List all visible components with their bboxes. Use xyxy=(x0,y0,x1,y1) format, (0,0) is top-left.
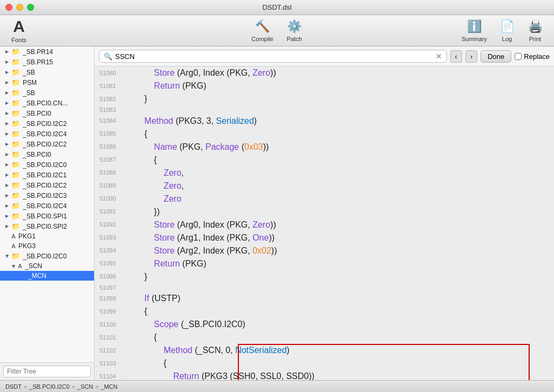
sidebar-item-pci0-i2c2[interactable]: ▶ 📁 _SB.PCI0.I2C2 xyxy=(0,118,94,129)
sidebar-item-pkg3[interactable]: ▶ A PKG3 xyxy=(0,241,94,251)
sidebar-item-label: _SB.PCI0.CN... xyxy=(23,99,68,107)
folder-icon: 📁 xyxy=(11,191,20,200)
triangle-icon: ▶ xyxy=(5,203,9,208)
table-row: 51085 { xyxy=(95,128,554,141)
folder-icon: 📁 xyxy=(11,99,20,107)
compile-toolbar-item[interactable]: 🔨 Compile xyxy=(246,17,278,44)
sidebar-item-sb-pr15[interactable]: ▶ 📁 _SB.PR15 xyxy=(0,57,94,67)
line-number: 51099 xyxy=(95,305,122,318)
line-code: } xyxy=(122,92,554,105)
line-number: 51089 xyxy=(95,180,122,192)
folder-icon: 📁 xyxy=(11,171,20,179)
sidebar-item-pci0-i2c2c[interactable]: ▶ 📁 _SB.PCI0.I2C2 xyxy=(0,180,94,190)
line-code xyxy=(122,105,554,115)
line-code: Method (_SCN, 0, NotSerialized) xyxy=(122,344,554,357)
code-scroll-container[interactable]: ← 51080 Store (Arg0, Index (PKG, Zero))5… xyxy=(95,67,554,380)
print-toolbar-item[interactable]: 🖨️ Print xyxy=(522,17,549,44)
sidebar-item-sb-pr14[interactable]: ▶ 📁 _SB.PR14 xyxy=(0,46,94,57)
fonts-toolbar-item[interactable]: A Fonts xyxy=(5,16,32,45)
line-number: 51095 xyxy=(95,257,122,270)
maximize-button[interactable] xyxy=(27,4,34,11)
sidebar-item-pci0[interactable]: ▶ 📁 _SB.PCI0 xyxy=(0,108,94,118)
minimize-button[interactable] xyxy=(16,4,23,11)
triangle-icon: ▶ xyxy=(5,131,9,136)
content-area: 🔍 ✕ ‹ › Done Replace ← 51080 xyxy=(95,46,554,380)
table-row: 51086 Name (PKG, Package (0x03)) xyxy=(95,141,554,154)
sidebar-item-pci0-i2c1[interactable]: ▶ 📁 _SB.PCI0.I2C1 xyxy=(0,170,94,180)
line-number: 51097 xyxy=(95,283,122,293)
table-row: 51096 } xyxy=(95,270,554,283)
search-clear-button[interactable]: ✕ xyxy=(436,52,442,61)
triangle-icon: ▶ xyxy=(5,162,9,167)
table-row: 51104 Return (PKG3 (SSH0, SSL0, SSD0)) xyxy=(95,370,554,380)
line-number: 51080 xyxy=(95,67,122,79)
search-next-button[interactable]: › xyxy=(465,50,477,63)
table-row: 51082 } xyxy=(95,92,554,105)
line-code: }) xyxy=(122,205,554,218)
folder-icon: 📁 xyxy=(11,161,20,169)
window-controls[interactable] xyxy=(5,4,34,11)
sidebar-item-sb[interactable]: ▶ 📁 _SB xyxy=(0,67,94,77)
folder-icon: 📁 xyxy=(11,109,20,117)
triangle-open-icon: ▶ xyxy=(11,264,16,268)
folder-icon: 📁 xyxy=(11,48,20,56)
triangle-icon: ▶ xyxy=(5,224,9,229)
sidebar-item-pci0-i2c0-expanded[interactable]: ▶ 📁 _SB.PCI0.I2C0 xyxy=(0,251,94,261)
sidebar-item-psm[interactable]: ▶ 📁 PSM xyxy=(0,77,94,88)
patch-toolbar-item[interactable]: ⚙️ Patch xyxy=(281,17,308,44)
line-code: Store (Arg1, Index (PKG, One)) xyxy=(122,231,554,244)
sidebar-item-label: _SB.PCI0 xyxy=(23,110,51,117)
sidebar-item-label: _SB.PCI0.I2C4 xyxy=(23,202,66,210)
code-table: 51080 Store (Arg0, Index (PKG, Zero))510… xyxy=(95,67,554,380)
sidebar-item-pci0-spi1[interactable]: ▶ 📁 _SB.PCI0.SPI1 xyxy=(0,211,94,221)
status-mcn: _MCN xyxy=(101,383,117,390)
sidebar-item-sb2[interactable]: ▶ 📁 _SB xyxy=(0,88,94,98)
folder-icon: 📁 xyxy=(11,150,20,158)
sidebar-item-pci0-cn[interactable]: ▶ 📁 _SB.PCI0.CN... xyxy=(0,98,94,108)
sidebar-item-pci0b[interactable]: ▶ 📁 _SB.PCI0 xyxy=(0,149,94,160)
line-code: Scope (_SB.PCI0.I2C0) xyxy=(122,318,554,331)
sidebar-item-pci0-i2c0[interactable]: ▶ 📁 _SB.PCI0.I2C0 xyxy=(0,160,94,170)
line-number: 51102 xyxy=(95,344,122,357)
sidebar-item-pci0-i2c4[interactable]: ▶ 📁 _SB.PCI0.I2C4 xyxy=(0,129,94,139)
sidebar-item-label: _SB.PCI0.I2C3 xyxy=(23,192,66,200)
table-row: 51092 Store (Arg0, Index (PKG, Zero)) xyxy=(95,218,554,231)
sidebar-item-pci0-i2c3[interactable]: ▶ 📁 _SB.PCI0.I2C3 xyxy=(0,190,94,201)
folder-icon: 📁 xyxy=(11,89,20,97)
log-toolbar-item[interactable]: 📄 Log xyxy=(493,17,520,44)
sidebar-item-mcn[interactable]: _MCN xyxy=(0,271,94,281)
sidebar-item-pci0-i2c4b[interactable]: ▶ 📁 _SB.PCI0.I2C4 xyxy=(0,201,94,211)
sidebar-item-pci0-spi2[interactable]: ▶ 📁 _SB.PCI0.SPI2 xyxy=(0,221,94,231)
search-bar: 🔍 ✕ ‹ › Done Replace xyxy=(95,46,554,67)
triangle-icon: ▶ xyxy=(5,152,9,157)
table-row: 51088 Zero, xyxy=(95,167,554,180)
line-code: Zero xyxy=(122,192,554,205)
table-row: 51083 xyxy=(95,105,554,115)
triangle-icon: ▶ xyxy=(5,90,9,95)
sidebar-item-scn[interactable]: ▶ A _SCN xyxy=(0,261,94,271)
search-input[interactable] xyxy=(115,52,433,61)
toolbar-left-group: A Fonts xyxy=(5,16,32,45)
replace-checkbox[interactable] xyxy=(515,53,522,60)
sidebar-item-pkg1[interactable]: ▶ A PKG1 xyxy=(0,231,94,241)
filter-tree-input[interactable] xyxy=(3,366,91,377)
sidebar-item-pci0-i2c2b[interactable]: ▶ 📁 _SB.PCI0.I2C2 xyxy=(0,139,94,149)
line-code: { xyxy=(122,357,554,370)
line-number: 51081 xyxy=(95,79,122,92)
search-prev-button[interactable]: ‹ xyxy=(450,50,462,63)
sidebar-item-label: _SB.PCI0.I2C0 xyxy=(23,253,66,260)
table-row: 51093 Store (Arg1, Index (PKG, One)) xyxy=(95,231,554,244)
close-button[interactable] xyxy=(5,4,12,11)
search-input-wrap: 🔍 ✕ xyxy=(99,50,447,63)
table-row: 51087 { xyxy=(95,154,554,167)
triangle-icon: ▶ xyxy=(5,70,9,75)
table-row: 51089 Zero, xyxy=(95,180,554,192)
title-bar: DSDT.dsl xyxy=(0,0,554,15)
compile-icon: 🔨 xyxy=(255,19,270,34)
summary-toolbar-item[interactable]: ℹ️ Summary xyxy=(456,17,492,44)
line-code: { xyxy=(122,128,554,141)
line-number: 51090 xyxy=(95,192,122,205)
search-done-button[interactable]: Done xyxy=(480,50,511,63)
patch-icon: ⚙️ xyxy=(287,19,302,34)
line-number: 51094 xyxy=(95,244,122,257)
